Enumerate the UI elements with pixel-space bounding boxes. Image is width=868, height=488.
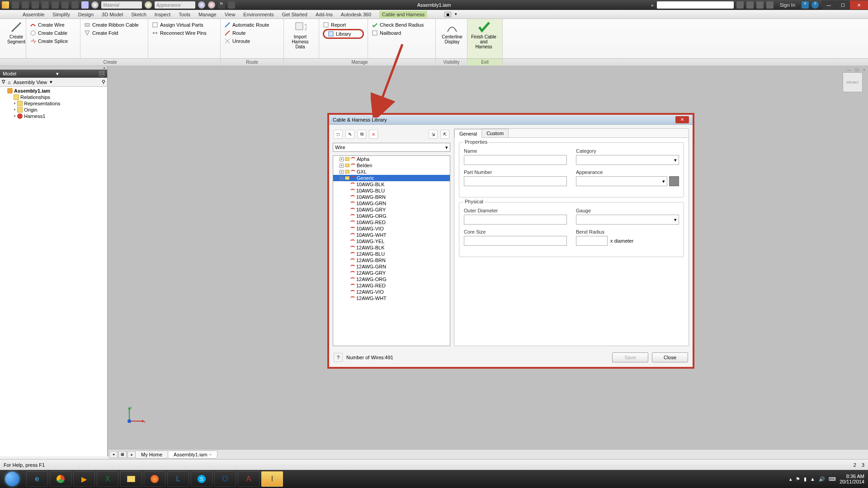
- expand-icon[interactable]: +: [340, 170, 344, 174]
- help-icon[interactable]: ?: [811, 1, 819, 9]
- find-icon[interactable]: ⚲: [102, 79, 105, 85]
- task-autocad-icon[interactable]: A: [238, 471, 259, 487]
- new-icon[interactable]: [12, 1, 19, 9]
- browser-expand-icon[interactable]: ☐: [99, 71, 104, 76]
- expand-icon[interactable]: +: [340, 164, 344, 168]
- tray-up-icon[interactable]: ▴: [789, 476, 792, 482]
- lib-wire-item[interactable]: 10AWG-WHT: [333, 232, 450, 238]
- gauge-select[interactable]: ▾: [576, 215, 679, 225]
- copy-item-button[interactable]: ⧉: [357, 130, 366, 139]
- tray-network-icon[interactable]: ▲: [810, 476, 815, 482]
- task-firefox-icon[interactable]: [144, 471, 165, 487]
- appearance-icon[interactable]: [145, 1, 152, 9]
- doc-tab-close-icon[interactable]: ×: [209, 452, 212, 457]
- dialog-close-button[interactable]: ✕: [675, 116, 689, 123]
- star-icon[interactable]: [756, 1, 764, 9]
- sphere-icon[interactable]: [91, 1, 99, 9]
- unroute-button[interactable]: Unroute: [224, 37, 280, 45]
- lib-wire-item[interactable]: 12AWG-GRY: [333, 270, 450, 276]
- fx-icon[interactable]: fx: [218, 1, 225, 9]
- tab-a360[interactable]: Autodesk 360: [341, 12, 371, 17]
- tree-relationships[interactable]: Relationships: [1, 94, 106, 100]
- dialog-titlebar[interactable]: Cable & Harness Library ✕: [329, 115, 693, 125]
- lib-wire-item[interactable]: 12AWG-RED: [333, 282, 450, 289]
- create-wire-button[interactable]: Create Wire: [30, 21, 76, 29]
- outer-diameter-input[interactable]: [464, 215, 567, 225]
- lib-wire-item[interactable]: 10AWG-RED: [333, 219, 450, 225]
- tab-simplify[interactable]: Simplify: [52, 12, 70, 17]
- bend-radius-input[interactable]: [576, 236, 608, 246]
- lib-category[interactable]: +GXL: [333, 169, 450, 175]
- tab-sketch[interactable]: Sketch: [131, 12, 146, 17]
- tray-volume-icon[interactable]: 🔊: [819, 476, 825, 482]
- partnumber-input[interactable]: [464, 176, 567, 186]
- window-close-button[interactable]: ✕: [850, 0, 868, 9]
- import-harness-button[interactable]: Import Harness Data: [288, 21, 313, 49]
- tool-a-icon[interactable]: [198, 1, 205, 9]
- tree-root[interactable]: Assembly1.iam: [1, 88, 106, 94]
- assign-vp-button[interactable]: Assign Virtual Parts: [152, 21, 217, 29]
- task-lync-icon[interactable]: L: [167, 471, 189, 487]
- doc-tab-up[interactable]: ▴: [127, 451, 136, 458]
- lib-wire-item[interactable]: 10AWG-BLU: [333, 188, 450, 194]
- lib-category[interactable]: +Alpha: [333, 156, 450, 162]
- tray-battery-icon[interactable]: ▮: [804, 476, 807, 482]
- ribbon-toggle-icon[interactable]: ◼: [444, 12, 451, 17]
- create-splice-button[interactable]: Create Splice: [30, 37, 76, 45]
- lib-wire-item[interactable]: 12AWG-ORG: [333, 276, 450, 282]
- name-input[interactable]: [464, 155, 567, 165]
- lib-wire-item[interactable]: 10AWG-ORG: [333, 213, 450, 219]
- tree-representations[interactable]: +Representations: [1, 100, 106, 107]
- delete-item-button[interactable]: ✕: [369, 130, 378, 139]
- finish-button[interactable]: Finish Cable and Harness: [471, 21, 496, 49]
- expand-icon[interactable]: +: [340, 157, 344, 161]
- user-icon[interactable]: [766, 1, 774, 9]
- ribbon-expand-icon[interactable]: ▾: [455, 12, 457, 17]
- nailboard-button[interactable]: Nailboard: [372, 29, 432, 37]
- tab-addins[interactable]: Add-Ins: [316, 12, 333, 17]
- search-icon[interactable]: [736, 1, 744, 9]
- expand-icon[interactable]: −: [340, 176, 344, 180]
- tab-manage[interactable]: Manage: [198, 12, 217, 17]
- lib-wire-item[interactable]: 12AWG-BRN: [333, 257, 450, 263]
- home-icon[interactable]: [61, 1, 69, 9]
- lib-wire-item[interactable]: 12AWG-BLK: [333, 244, 450, 251]
- task-ie-icon[interactable]: e: [26, 471, 48, 487]
- minimize-button[interactable]: —: [822, 0, 835, 9]
- category-select[interactable]: ▾: [576, 155, 679, 165]
- new-item-button[interactable]: □: [334, 130, 343, 139]
- tab-getstarted[interactable]: Get Started: [282, 12, 307, 17]
- tab-assemble[interactable]: Assemble: [23, 12, 44, 17]
- doc-tab-assembly[interactable]: Assembly1.iam×: [168, 450, 217, 459]
- lib-wire-item[interactable]: 10AWG-YEL: [333, 238, 450, 244]
- export-lib-button[interactable]: ⇱: [440, 130, 449, 139]
- tool-b-icon[interactable]: [208, 1, 215, 9]
- lib-wire-item[interactable]: 10AWG-VIO: [333, 225, 450, 232]
- sign-in-link[interactable]: Sign In: [776, 2, 799, 8]
- save-icon[interactable]: [32, 1, 39, 9]
- undo-icon[interactable]: [42, 1, 49, 9]
- viewport-controls[interactable]: — ☐ ×: [847, 68, 867, 72]
- lib-wire-item[interactable]: 12AWG-WHT: [333, 295, 450, 301]
- tab-3dmodel[interactable]: 3D Model: [102, 12, 123, 17]
- library-button[interactable]: Library: [323, 29, 364, 39]
- model-tree[interactable]: Assembly1.iam Relationships +Representat…: [0, 87, 107, 456]
- dropdown-icon[interactable]: [228, 1, 235, 9]
- lib-wire-item[interactable]: 12AWG-GRN: [333, 263, 450, 270]
- lib-wire-item[interactable]: 12AWG-BLU: [333, 251, 450, 257]
- appearance-swatch[interactable]: [669, 176, 679, 186]
- task-media-icon[interactable]: ▶: [73, 471, 95, 487]
- task-chrome-icon[interactable]: [50, 471, 71, 487]
- appearance-select[interactable]: Appearance: [155, 1, 195, 9]
- key-icon[interactable]: [746, 1, 754, 9]
- close-button[interactable]: Close: [652, 352, 688, 362]
- centerline-button[interactable]: Centerline Display: [439, 21, 465, 44]
- exchange-icon[interactable]: X: [802, 1, 809, 9]
- tab-custom[interactable]: Custom: [481, 129, 509, 137]
- tab-design[interactable]: Design: [78, 12, 94, 17]
- task-outlook-icon[interactable]: O: [214, 471, 236, 487]
- create-ribbon-button[interactable]: Create Ribbon Cable: [84, 21, 144, 29]
- viewport[interactable]: — ☐ × FRONT xy Cable & Harness Library ✕…: [108, 66, 868, 456]
- lib-wire-item[interactable]: 10AWG-GRY: [333, 206, 450, 213]
- tree-harness[interactable]: +Harness1: [1, 113, 106, 119]
